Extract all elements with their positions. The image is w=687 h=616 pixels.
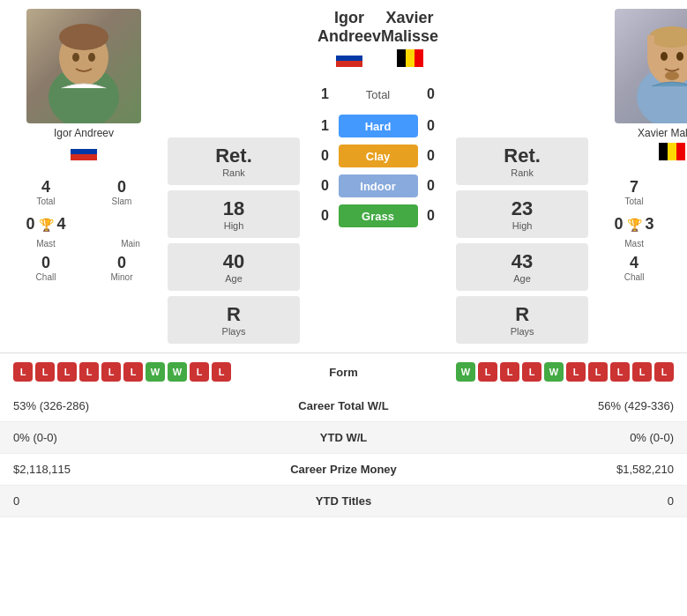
- stat-left-value: $2,118,115: [0, 454, 256, 486]
- stats-row: 53% (326-286)Career Total W/L56% (429-33…: [0, 390, 687, 422]
- form-badge-right: L: [632, 362, 652, 382]
- stat-right-value: 56% (429-336): [432, 390, 688, 422]
- form-badge-left: L: [57, 362, 77, 382]
- left-minor-cell: 0 Minor: [85, 250, 159, 286]
- right-player-stats: 7 Total 0 Slam 0 🏆 3 Mast Main: [597, 174, 687, 286]
- stat-center-label: YTD Titles: [256, 486, 432, 517]
- right-player-name-header: Xavier Malisse: [381, 9, 438, 46]
- form-badge-right: L: [654, 362, 674, 382]
- left-slam-cell: 0 Slam: [85, 174, 159, 210]
- form-badge-left: L: [101, 362, 121, 382]
- players-section: Igor Andreev 4 Total 0 Slam: [0, 0, 687, 353]
- left-center-stats: Ret. Rank 18 High 40 Age R Plays: [163, 9, 304, 344]
- right-player-photo: [615, 9, 687, 123]
- hard-score-row: 1 Hard 0: [312, 115, 444, 137]
- left-player-name-header: Igor Andreev: [317, 9, 381, 46]
- left-player-flag: [71, 143, 97, 164]
- form-badge-left: W: [168, 362, 187, 382]
- svg-rect-13: [414, 49, 423, 67]
- stat-center-label: Career Prize Money: [256, 454, 432, 486]
- left-rank-box: Ret. Rank: [168, 137, 300, 185]
- form-badge-right: L: [610, 362, 630, 382]
- form-badge-right: L: [588, 362, 608, 382]
- left-player-photo: [26, 9, 141, 123]
- left-flag-row: [317, 49, 381, 71]
- svg-point-20: [676, 52, 683, 61]
- svg-point-2: [59, 24, 108, 50]
- stat-left-value: 0: [0, 486, 256, 517]
- left-player-card: Igor Andreev 4 Total 0 Slam: [9, 9, 159, 344]
- right-player-flag: [659, 143, 685, 164]
- right-chall-cell: 4 Chall: [597, 250, 671, 286]
- right-flag-row: [381, 49, 438, 71]
- svg-rect-8: [336, 49, 362, 56]
- stats-row: 0YTD Titles0: [0, 486, 687, 517]
- form-badge-left: L: [123, 362, 143, 382]
- right-trophy-icon: 🏆: [627, 218, 642, 232]
- form-badge-right: W: [544, 362, 564, 382]
- right-player-card: Xavier Malisse 7 Total 0 Slam: [597, 9, 687, 344]
- svg-point-19: [661, 52, 668, 61]
- right-plays-box: R Plays: [456, 296, 588, 344]
- form-badge-left: W: [146, 362, 165, 382]
- svg-rect-12: [406, 49, 414, 67]
- right-form: WLLLWLLLLL: [388, 362, 675, 382]
- svg-rect-24: [676, 143, 685, 160]
- stat-left-value: 53% (326-286): [0, 390, 256, 422]
- right-rank-box: Ret. Rank: [456, 137, 588, 185]
- right-slam-cell: 0 Slam: [673, 174, 687, 210]
- left-age-box: 40 Age: [168, 243, 300, 291]
- form-badge-left: L: [190, 362, 209, 382]
- left-chall-cell: 0 Chall: [9, 250, 83, 286]
- form-badge-left: L: [35, 362, 55, 382]
- left-plays-box: R Plays: [168, 296, 300, 344]
- form-badge-left: L: [212, 362, 231, 382]
- svg-rect-11: [397, 49, 406, 67]
- indoor-badge: Indoor: [339, 174, 418, 197]
- right-high-box: 23 High: [456, 190, 588, 238]
- stat-center-label: YTD W/L: [256, 422, 432, 454]
- grass-badge: Grass: [339, 204, 418, 227]
- total-score-row: 1 Total 0: [312, 86, 444, 102]
- clay-badge: Clay: [339, 145, 418, 167]
- form-badge-right: L: [500, 362, 519, 382]
- left-mast-cell: 0 🏆 4: [9, 212, 83, 237]
- left-form: LLLLLLWWLL: [13, 362, 300, 382]
- left-player-stats: 4 Total 0 Slam 0 🏆 4 Mast Main: [9, 174, 159, 286]
- court-scores-section: Igor Andreev Xavier Malisse: [309, 9, 447, 344]
- main-container: Igor Andreev 4 Total 0 Slam: [0, 0, 687, 517]
- stats-row: $2,118,115Career Prize Money$1,582,210: [0, 454, 687, 486]
- left-player-name: Igor Andreev: [54, 127, 114, 139]
- svg-point-21: [665, 71, 679, 80]
- stat-left-value: 0% (0-0): [0, 422, 256, 454]
- left-trophy-icon: 🏆: [39, 218, 54, 232]
- right-minor-cell: 0 Minor: [673, 250, 687, 286]
- svg-point-4: [88, 53, 95, 62]
- stats-table: 53% (326-286)Career Total W/L56% (429-33…: [0, 390, 687, 517]
- hard-badge: Hard: [339, 115, 418, 137]
- left-total-cell: 4 Total: [9, 174, 83, 210]
- svg-rect-23: [668, 143, 676, 160]
- svg-rect-22: [659, 143, 668, 160]
- form-badge-right: W: [456, 362, 475, 382]
- svg-point-3: [72, 53, 79, 62]
- svg-rect-7: [71, 154, 97, 160]
- form-badge-left: L: [79, 362, 99, 382]
- form-badge-right: L: [522, 362, 541, 382]
- left-player-silhouette: [26, 9, 141, 123]
- form-label: Form: [309, 366, 379, 379]
- svg-rect-9: [336, 56, 362, 61]
- right-player-name: Xavier Malisse: [638, 127, 687, 139]
- stat-right-value: 0: [432, 486, 688, 517]
- right-total-cell: 7 Total: [597, 174, 671, 210]
- form-badge-left: L: [13, 362, 33, 382]
- svg-rect-5: [71, 143, 97, 149]
- stat-right-value: 0% (0-0): [432, 422, 688, 454]
- right-age-box: 43 Age: [456, 243, 588, 291]
- indoor-score-row: 0 Indoor 0: [312, 174, 444, 197]
- right-mast-cell: 0 🏆 3: [597, 212, 671, 237]
- form-section: LLLLLLWWLL Form WLLLWLLLLL: [0, 353, 687, 390]
- right-center-stats: Ret. Rank 23 High 43 Age R Plays: [452, 9, 593, 344]
- svg-rect-10: [336, 61, 362, 67]
- grass-score-row: 0 Grass 0: [312, 204, 444, 227]
